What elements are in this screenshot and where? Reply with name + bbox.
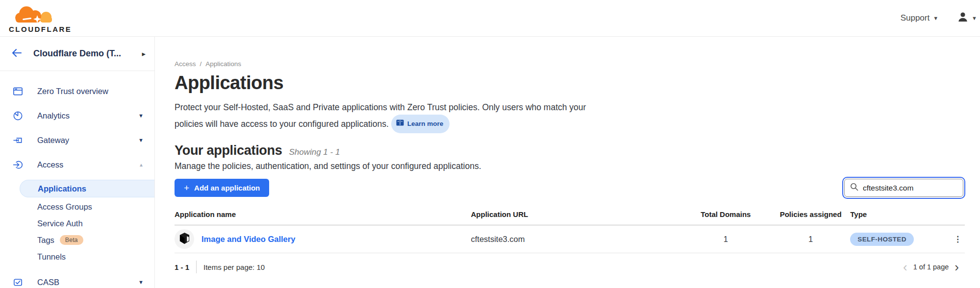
sidebar-item-label: Applications [38, 184, 86, 193]
search-icon [850, 183, 858, 193]
sidebar-item-analytics[interactable]: Analytics ▼ [0, 103, 154, 128]
back-arrow-icon[interactable] [11, 48, 23, 60]
sidebar: Cloudflare Demo (T... ▸ Zero Trust overv… [0, 37, 155, 288]
account-expand-icon[interactable]: ▸ [142, 49, 146, 58]
column-header-type: Type [850, 210, 945, 225]
overview-window-icon [12, 86, 24, 97]
sidebar-nav: Zero Trust overview Analytics ▼ [0, 71, 154, 288]
sidebar-item-label: Access [37, 160, 63, 169]
sidebar-item-applications[interactable]: Applications [20, 180, 154, 197]
chevron-down-icon[interactable]: ▼ [138, 279, 144, 285]
sidebar-item-service-auth[interactable]: Service Auth [0, 215, 154, 232]
column-header-policies-assigned: Policies assigned [771, 210, 850, 225]
account-name: Cloudflare Demo (T... [33, 48, 121, 59]
book-icon [396, 117, 404, 131]
footer-left: 1 - 1 Items per page: 10 [175, 261, 265, 273]
user-account-menu[interactable]: ▼ [957, 11, 977, 25]
items-per-page[interactable]: Items per page: 10 [203, 263, 265, 271]
cloudflare-zero-trust-dashboard: CLOUDFLARE Support ▼ ▼ [0, 0, 980, 288]
top-bar: CLOUDFLARE Support ▼ ▼ [0, 0, 980, 37]
application-url-cell: cftestsite3.com [471, 225, 680, 253]
add-application-label: Add an application [194, 184, 260, 192]
section-title: Your applications [175, 143, 282, 158]
application-search [844, 179, 963, 197]
sidebar-item-casb[interactable]: CASB ▼ [0, 270, 154, 288]
main-content: Access / Applications Applications Prote… [155, 37, 980, 288]
policies-assigned-cell: 1 [771, 225, 850, 253]
breadcrumb-separator: / [200, 60, 202, 68]
section-header: Your applications Showing 1 - 1 [175, 143, 965, 158]
table-footer: 1 - 1 Items per page: 10 ‹ 1 of 1 page › [175, 253, 965, 273]
total-domains-cell: 1 [680, 225, 771, 253]
type-cell: SELF-HOSTED [850, 225, 945, 253]
sidebar-item-access-groups[interactable]: Access Groups [0, 198, 154, 215]
showing-count: Showing 1 - 1 [289, 147, 340, 157]
page-title: Applications [175, 72, 965, 94]
sidebar-item-tags[interactable]: Tags Beta [0, 232, 154, 248]
analytics-pie-icon [12, 110, 24, 121]
sidebar-item-label: Tags [37, 236, 54, 245]
table-row: Image and Video Gallery cftestsite3.com … [175, 225, 965, 253]
sidebar-item-label: Tunnels [37, 252, 66, 262]
sidebar-item-gateway[interactable]: Gateway ▼ [0, 128, 154, 152]
app-cube-icon [179, 232, 190, 246]
cloudflare-cloud-icon [9, 3, 58, 26]
search-input[interactable] [863, 184, 957, 192]
pagination: ‹ 1 of 1 page › [903, 262, 965, 272]
row-overflow-menu-icon[interactable]: ⋮ [945, 225, 965, 253]
footer-divider [196, 261, 197, 273]
application-name-cell: Image and Video Gallery [175, 229, 471, 249]
casb-check-icon [12, 277, 24, 288]
account-header: Cloudflare Demo (T... ▸ [0, 37, 154, 71]
chevron-down-icon: ▼ [933, 15, 938, 21]
sidebar-item-label: Zero Trust overview [37, 87, 108, 96]
sidebar-item-zero-trust-overview[interactable]: Zero Trust overview [0, 79, 154, 103]
chevron-up-icon[interactable]: ▲ [139, 162, 144, 168]
table-controls: + Add an application [175, 179, 965, 197]
cloudflare-logo[interactable]: CLOUDFLARE [0, 3, 72, 33]
description-text: Protect your Self-Hosted, SaaS and Priva… [175, 102, 586, 129]
sidebar-item-label: CASB [37, 278, 59, 287]
add-application-button[interactable]: + Add an application [175, 179, 269, 197]
access-login-icon [12, 159, 24, 170]
learn-more-label: Learn more [407, 117, 444, 131]
sidebar-item-access[interactable]: Access ▲ [0, 152, 154, 177]
sidebar-item-tunnels[interactable]: Tunnels [0, 248, 154, 265]
top-bar-right: Support ▼ ▼ [901, 11, 980, 25]
next-page-icon[interactable]: › [955, 262, 959, 272]
chevron-down-icon[interactable]: ▼ [138, 137, 144, 143]
cloudflare-logo-text: CLOUDFLARE [9, 25, 72, 33]
support-label: Support [901, 13, 930, 23]
column-header-application-url: Application URL [471, 210, 680, 225]
section-subheading: Manage the policies, authentication, and… [175, 161, 965, 171]
applications-table: Application name Application URL Total D… [175, 210, 965, 253]
sidebar-item-label: Access Groups [37, 202, 92, 212]
table-header-row: Application name Application URL Total D… [175, 210, 965, 225]
application-name-link[interactable]: Image and Video Gallery [201, 235, 295, 244]
access-subnav: Applications Access Groups Service Auth … [0, 177, 154, 267]
chevron-down-icon[interactable]: ▼ [138, 113, 144, 119]
gateway-icon [12, 135, 24, 146]
items-range: 1 - 1 [175, 263, 189, 271]
application-avatar [175, 229, 194, 249]
sidebar-item-label: Analytics [37, 111, 70, 120]
sidebar-item-label: Service Auth [37, 219, 83, 228]
chevron-down-icon: ▼ [972, 15, 977, 21]
breadcrumb-applications[interactable]: Applications [205, 60, 241, 68]
type-badge: SELF-HOSTED [850, 233, 914, 246]
breadcrumb-access[interactable]: Access [175, 60, 196, 68]
plus-icon: + [184, 183, 189, 193]
learn-more-button[interactable]: Learn more [391, 115, 450, 133]
user-icon [957, 11, 969, 25]
column-header-actions [945, 210, 965, 225]
breadcrumb: Access / Applications [175, 60, 965, 68]
column-header-total-domains: Total Domains [680, 210, 771, 225]
page-indicator: 1 of 1 page [913, 263, 949, 271]
column-header-application-name: Application name [175, 210, 471, 225]
support-menu[interactable]: Support ▼ [901, 13, 938, 23]
page-description: Protect your Self-Hosted, SaaS and Priva… [175, 100, 606, 133]
sidebar-item-label: Gateway [37, 136, 69, 145]
previous-page-icon[interactable]: ‹ [903, 262, 907, 272]
beta-badge: Beta [60, 235, 83, 245]
